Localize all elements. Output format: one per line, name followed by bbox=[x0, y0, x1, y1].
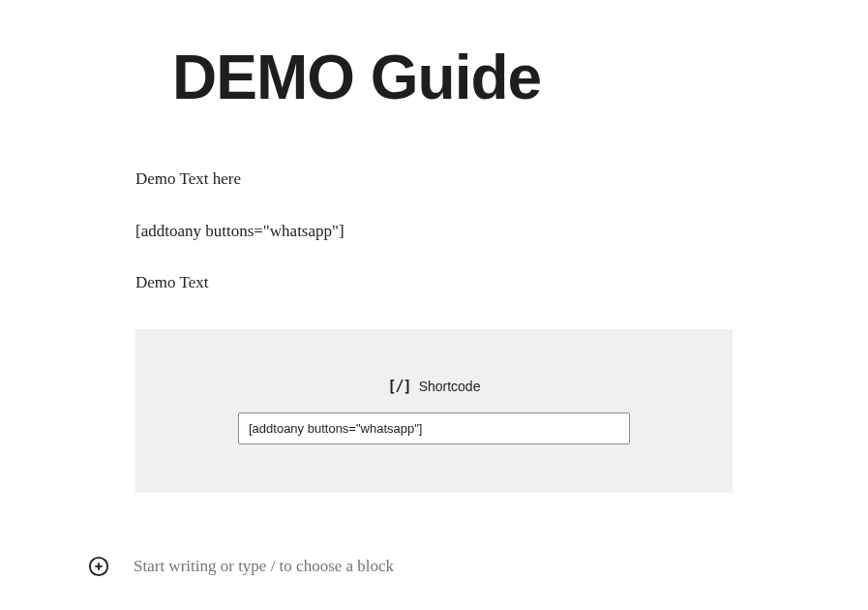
paragraph-block[interactable]: Demo Text here bbox=[135, 167, 733, 192]
shortcode-label: Shortcode bbox=[419, 379, 481, 394]
new-block-prompt[interactable]: Start writing or type / to choose a bloc… bbox=[87, 555, 733, 578]
shortcode-header: [/] Shortcode bbox=[194, 378, 674, 395]
page-title[interactable]: DEMO Guide bbox=[172, 46, 733, 108]
paragraph-block[interactable]: [addtoany buttons="whatsapp"] bbox=[135, 219, 733, 244]
shortcode-block[interactable]: [/] Shortcode bbox=[135, 329, 733, 493]
paragraph-block[interactable]: Demo Text bbox=[135, 270, 733, 295]
plus-circle-icon bbox=[88, 556, 109, 577]
new-block-placeholder: Start writing or type / to choose a bloc… bbox=[134, 557, 394, 576]
add-block-button[interactable] bbox=[87, 555, 110, 578]
shortcode-input[interactable] bbox=[238, 412, 630, 444]
shortcode-icon: [/] bbox=[388, 378, 411, 395]
